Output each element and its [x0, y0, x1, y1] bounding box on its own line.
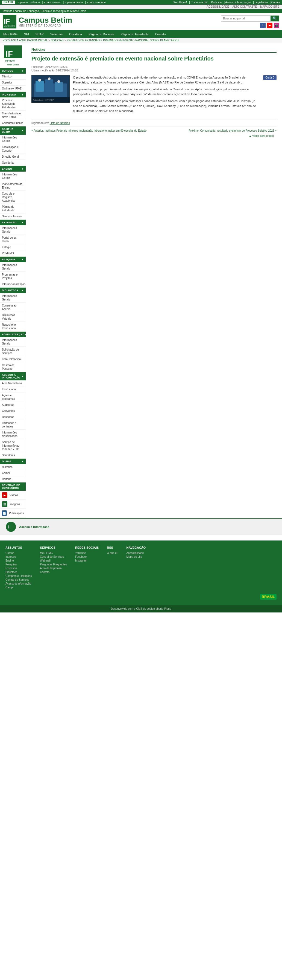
- site-map-link[interactable]: MAPA DO SITE: [260, 5, 279, 8]
- sidebar-item-pre-ifmg[interactable]: Pré-IFMG: [0, 250, 26, 256]
- footer-link-central-servicos[interactable]: Central de Serviços: [5, 578, 32, 581]
- footer-link-mapa-site[interactable]: Mapa do site: [126, 555, 146, 558]
- footer-link-central-servicos-2[interactable]: Central de Serviços: [40, 555, 67, 558]
- youtube-icon[interactable]: ▶: [267, 23, 272, 28]
- nav-suap[interactable]: SUAP: [32, 31, 47, 38]
- high-contrast-link[interactable]: ALTO CONTRASTE: [233, 5, 257, 8]
- gov-link-legislacao[interactable]: Legislação: [253, 1, 268, 4]
- footer-link-pesquisa[interactable]: Pesquisa: [5, 563, 32, 566]
- sidebar-item-pesquisa-info[interactable]: Informações Gerais: [0, 262, 26, 272]
- sidebar-media-publications[interactable]: 📄 Publicações: [0, 509, 26, 518]
- footer-link-biblioteca[interactable]: Biblioteca: [5, 571, 32, 574]
- sidebar-pesquisa-title[interactable]: PESQUISA ▼: [0, 257, 26, 262]
- sidebar-o-ifmg-title[interactable]: O IFMG ▼: [0, 459, 26, 464]
- sidebar-item-lista-telefonica[interactable]: Lista Telefônica: [0, 356, 26, 362]
- sidebar-biblioteca-title[interactable]: BIBLIOTECA ▼: [0, 288, 26, 293]
- sidebar-item-sic[interactable]: Serviço de Informação ao Cidadão - SIC: [0, 439, 26, 452]
- sidebar-item-extensao-info[interactable]: Informações Gerais: [0, 225, 26, 235]
- sidebar-item-gestao-pessoas[interactable]: Gestão de Pessoas: [0, 362, 26, 372]
- sidebar-item-servicos-ensino[interactable]: Serviços Ensino: [0, 213, 26, 220]
- sidebar-item-pagina-estudante[interactable]: Página do Estudante: [0, 204, 26, 213]
- sidebar-item-bibliotecas-virtuais[interactable]: Bibliotecas Virtuais: [0, 312, 26, 322]
- sidebar-item-consulta-acervo[interactable]: Consulta ao Acervo: [0, 303, 26, 312]
- nav-sei[interactable]: SEI: [21, 31, 32, 38]
- sidebar-item-info-classificadas[interactable]: Informações classificadas: [0, 430, 26, 439]
- gov-link-menu[interactable]: ir para o menu: [42, 1, 61, 4]
- sidebar-item-despesas[interactable]: Despesas: [0, 414, 26, 420]
- gov-link-canais[interactable]: Canais: [270, 1, 280, 4]
- footer-link-campi[interactable]: Campi: [5, 586, 32, 589]
- sidebar-item-planejamento[interactable]: Planejamento de Ensino: [0, 181, 26, 191]
- sidebar-media-images[interactable]: 🖼 Imagens: [0, 500, 26, 509]
- sidebar-administracao-title[interactable]: ADMINISTRAÇÃO ▼: [0, 332, 26, 337]
- sidebar-item-repositorio[interactable]: Repositório Institucional: [0, 322, 26, 331]
- campus-title[interactable]: Campus Betim: [19, 16, 72, 24]
- sidebar-item-auditorias[interactable]: Auditorias: [0, 402, 26, 408]
- sidebar-item-controle[interactable]: Controle e Registro Acadêmico: [0, 191, 26, 204]
- sidebar-cursos-title[interactable]: CURSOS ▼: [0, 68, 26, 74]
- footer-link-instagram[interactable]: Instagram: [75, 559, 99, 562]
- sidebar-item-internacionalizacao[interactable]: Internacionalização: [0, 281, 26, 287]
- sidebar-ensino-title[interactable]: ENSINO ▼: [0, 166, 26, 172]
- sidebar-item-acoes-programas[interactable]: Ações e programas: [0, 393, 26, 402]
- nav-ouvidoria[interactable]: Ouvidoria: [66, 31, 85, 38]
- like-button[interactable]: Curtir 0: [263, 75, 277, 80]
- sidebar-ingresso-title[interactable]: INGRESSO ▼: [0, 92, 26, 97]
- gov-link-search[interactable]: ir para a busca: [63, 1, 83, 4]
- search-input[interactable]: [221, 16, 271, 21]
- sidebar-item-online[interactable]: On line (+ IFMG): [0, 86, 26, 92]
- nav-meu-ifmg[interactable]: Meu IFMG: [0, 31, 21, 38]
- sidebar-acesso-info-title[interactable]: ACESSO À INFORMAÇÃO ▼: [0, 372, 26, 380]
- sidebar-item-institucional[interactable]: Institucional: [0, 387, 26, 393]
- sidebar-item-reitoria[interactable]: Reitoria: [0, 476, 26, 482]
- sidebar-item-campus-localizacao[interactable]: Localização e Contato: [0, 144, 26, 154]
- sidebar-item-superior[interactable]: Superior: [0, 80, 26, 86]
- sidebar-item-portal-ex-aluno[interactable]: Portal do ex-aluno: [0, 235, 26, 244]
- brasil-badge[interactable]: BRASIL: [2, 0, 15, 4]
- footer-link-youtube[interactable]: YouTube: [75, 551, 99, 554]
- sidebar-item-servidores[interactable]: Servidores: [0, 452, 26, 458]
- footer-link-compras[interactable]: Compras e Licitações: [5, 574, 32, 578]
- sidebar-item-campi[interactable]: Campi: [0, 470, 26, 476]
- footer-link-facebook[interactable]: Facebook: [75, 555, 99, 558]
- prev-article-link[interactable]: Anterior: Institutos Federais mineiros i…: [32, 129, 146, 132]
- sidebar-item-atos-normativos[interactable]: Atos Normativos: [0, 380, 26, 387]
- footer-link-acesso-info[interactable]: Acesso à Informação: [5, 582, 32, 585]
- nav-contato[interactable]: Contato: [152, 31, 169, 38]
- footer-link-ingresso[interactable]: Ingresso: [5, 555, 32, 558]
- sidebar-item-admin-info[interactable]: Informações Gerais: [0, 337, 26, 347]
- sidebar-item-campus-direcao[interactable]: Direção Geral: [0, 154, 26, 160]
- footer-link-imprensa[interactable]: Área de Imprensa: [40, 567, 67, 570]
- sidebar-item-processo-seletivo[interactable]: Processo Seletivo de Estudantes: [0, 97, 26, 111]
- sidebar-item-convenios[interactable]: Convênios: [0, 408, 26, 414]
- sidebar-extensao-title[interactable]: EXTENSÃO ▼: [0, 220, 26, 225]
- sidebar-item-historico[interactable]: Histórico: [0, 464, 26, 470]
- gov-link-content[interactable]: ir para o conteúdo: [18, 1, 40, 4]
- facebook-icon[interactable]: f: [260, 23, 266, 28]
- tag-link-noticias[interactable]: Lista de Notícias: [50, 121, 70, 124]
- footer-link-acessibilidade[interactable]: Acessibilidade: [126, 551, 146, 554]
- sidebar-item-campus-info[interactable]: Informações Gerais: [0, 135, 26, 144]
- acesso-label[interactable]: Acesso à Informação: [19, 525, 49, 528]
- breadcrumb-home[interactable]: PÁGINA INICIAL: [27, 39, 48, 42]
- gov-link-acesso[interactable]: Acesso à Informação: [224, 1, 251, 4]
- footer-link-ensino[interactable]: Ensino: [5, 559, 32, 562]
- sidebar-item-campus-ouvidoria[interactable]: Ouvidoria: [0, 160, 26, 166]
- sidebar-item-transferencia[interactable]: Transferência e Novo Título: [0, 111, 26, 120]
- sidebar-item-estagio[interactable]: Estágio: [0, 244, 26, 250]
- next-article-link[interactable]: Próximo: Comunicado: resultado prelimina…: [189, 129, 277, 132]
- instagram-icon[interactable]: 📷: [274, 23, 279, 28]
- footer-link-cursos[interactable]: Cursos: [5, 551, 32, 554]
- nav-pagina-estudante[interactable]: Página do Estudante: [117, 31, 152, 38]
- nav-sistemas[interactable]: Sistemas: [47, 31, 66, 38]
- gov-link-simplifique[interactable]: Simplifique!: [173, 1, 187, 4]
- sidebar-item-biblioteca-info[interactable]: Informações Gerais: [0, 293, 26, 303]
- footer-link-rss-what[interactable]: O que é?: [107, 551, 118, 554]
- footer-link-webmail[interactable]: Webmail: [40, 559, 67, 562]
- breadcrumb-noticias[interactable]: NOTÍCIAS: [51, 39, 64, 42]
- footer-link-extensao[interactable]: Extensão: [5, 567, 32, 570]
- sidebar-campus-title[interactable]: CAMPUS BETIM ▼: [0, 126, 26, 135]
- footer-link-contato[interactable]: Contato: [40, 571, 67, 574]
- sidebar-item-ensino-info[interactable]: Informações Gerais: [0, 172, 26, 181]
- sidebar-media-videos[interactable]: ▶ Vídeos: [0, 491, 26, 500]
